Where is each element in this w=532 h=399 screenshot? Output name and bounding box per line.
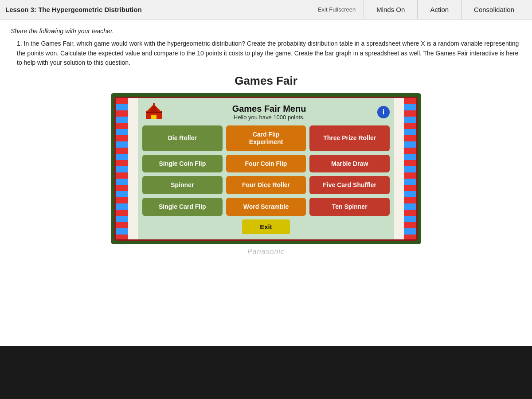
spinner-button[interactable]: Spinner	[142, 176, 223, 194]
ten-spinner-button[interactable]: Ten Spinner	[309, 198, 390, 216]
four-coin-flip-button[interactable]: Four Coin Flip	[226, 155, 306, 173]
exit-fullscreen-link[interactable]: Exit Fullscreen	[318, 6, 356, 13]
nav-action[interactable]: Action	[417, 0, 461, 20]
die-roller-button[interactable]: Die Roller	[142, 125, 223, 151]
menu-title: Games Fair Menu	[165, 104, 373, 114]
five-card-shuffler-button[interactable]: Five Card Shuffler	[309, 176, 390, 194]
top-nav: Minds On Action Consolidation	[364, 0, 527, 20]
exit-row: Exit	[142, 219, 390, 234]
side-strip-left	[116, 98, 128, 239]
question-text: 1. In the Games Fair, which game would w…	[17, 39, 521, 68]
game-box-inner: Games Fair Menu Hello you have 1000 poin…	[114, 97, 418, 241]
info-button[interactable]: i	[377, 106, 390, 118]
svg-rect-6	[153, 103, 155, 105]
four-dice-roller-button[interactable]: Four Dice Roller	[226, 176, 306, 194]
single-coin-flip-button[interactable]: Single Coin Flip	[142, 155, 223, 173]
nav-consolidation[interactable]: Consolidation	[461, 0, 527, 20]
brand-label: Panasonic	[247, 248, 285, 256]
three-prize-roller-button[interactable]: Three Prize Roller	[309, 125, 390, 151]
game-buttons-grid: Die Roller Card FlipExperiment Three Pri…	[142, 125, 390, 216]
games-fair-section: Games Fair	[11, 74, 521, 256]
menu-header: Games Fair Menu Hello you have 1000 poin…	[142, 103, 390, 121]
game-box-outer: Games Fair Menu Hello you have 1000 poin…	[111, 93, 421, 244]
keyboard-area	[0, 346, 532, 399]
menu-subtitle: Hello you have 1000 points.	[165, 114, 373, 121]
top-bar: Lesson 3: The Hypergeometric Distributio…	[0, 0, 532, 20]
marble-draw-button[interactable]: Marble Draw	[309, 155, 390, 173]
share-text: Share the following with your teacher.	[11, 27, 521, 35]
svg-rect-4	[151, 115, 156, 119]
nav-minds-on[interactable]: Minds On	[364, 0, 417, 20]
word-scramble-button[interactable]: Word Scramble	[226, 198, 306, 216]
lesson-title: Lesson 3: The Hypergeometric Distributio…	[5, 6, 318, 13]
game-inner-area: Games Fair Menu Hello you have 1000 poin…	[138, 98, 394, 239]
menu-title-block: Games Fair Menu Hello you have 1000 poin…	[165, 104, 373, 121]
main-content: Share the following with your teacher. 1…	[0, 20, 532, 346]
exit-button[interactable]: Exit	[242, 219, 290, 234]
games-fair-title: Games Fair	[235, 74, 297, 88]
side-strip-right	[404, 98, 416, 239]
single-card-flip-button[interactable]: Single Card Flip	[142, 198, 223, 216]
card-flip-experiment-button[interactable]: Card FlipExperiment	[226, 125, 306, 151]
tent-logo	[142, 103, 165, 121]
